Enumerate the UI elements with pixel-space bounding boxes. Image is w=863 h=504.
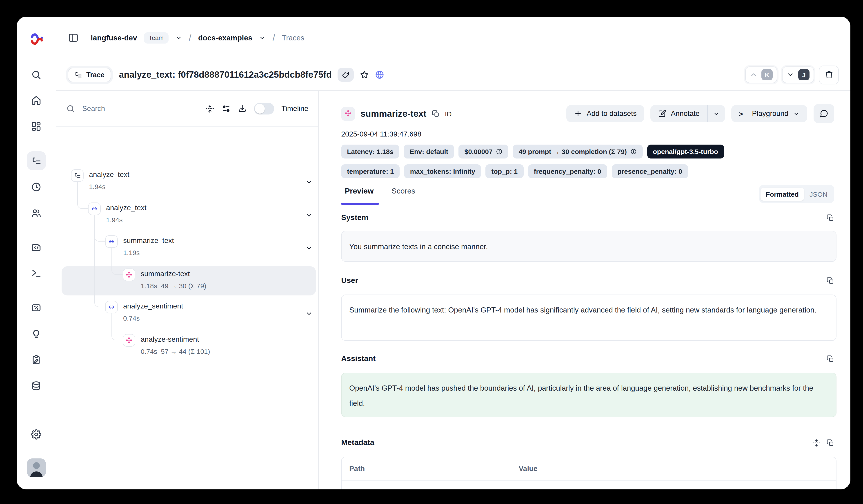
expand-metadata-button[interactable] bbox=[813, 439, 820, 447]
collapse-chevron[interactable] bbox=[305, 244, 313, 252]
copy-id-button[interactable] bbox=[432, 110, 439, 117]
generation-type-icon: ✣ bbox=[123, 269, 135, 281]
annotate-split-button: Annotate bbox=[651, 105, 725, 122]
metadata-section-header: Metadata bbox=[341, 437, 834, 448]
list-tree-icon bbox=[31, 156, 41, 166]
sidebar-item-home[interactable] bbox=[27, 91, 46, 109]
home-icon bbox=[31, 95, 41, 105]
globe-icon bbox=[375, 70, 384, 79]
presence-penalty-badge: presence_penalty: 0 bbox=[612, 164, 688, 178]
sidebar-item-playground[interactable] bbox=[27, 263, 46, 282]
metric-badges-row: Latency: 1.18s Env: default $0.00007 49 … bbox=[341, 145, 834, 158]
timeline-toggle[interactable] bbox=[254, 103, 274, 114]
user-avatar[interactable] bbox=[27, 458, 46, 477]
tags-button[interactable] bbox=[338, 68, 354, 82]
assistant-message-box: OpenAI's GPT-4 model has pushed the boun… bbox=[341, 373, 837, 417]
add-to-datasets-button[interactable]: Add to datasets bbox=[566, 105, 644, 122]
tree-row-summarize_text-span[interactable]: summarize_text 1.19s bbox=[56, 233, 318, 263]
breadcrumb-page[interactable]: Traces bbox=[282, 34, 304, 42]
chevron-down-icon bbox=[713, 110, 720, 117]
copy-assistant-button[interactable] bbox=[827, 355, 834, 363]
collapse-all-button[interactable] bbox=[205, 104, 214, 113]
observation-title: summarize-text bbox=[361, 108, 426, 119]
tree-row-label: analyze_sentiment bbox=[123, 302, 183, 310]
tree-settings-button[interactable] bbox=[222, 104, 230, 113]
observation-id-label: ID bbox=[445, 110, 451, 117]
annotate-button[interactable]: Annotate bbox=[651, 105, 707, 122]
token-usage-badge[interactable]: 49 prompt → 30 completion (Σ 79) bbox=[513, 145, 642, 158]
copy-user-button[interactable] bbox=[827, 277, 834, 284]
annotate-label: Annotate bbox=[671, 109, 700, 118]
tree-row-duration: 0.74s 57 → 44 (Σ 101) bbox=[141, 348, 210, 355]
sidebar-item-users[interactable] bbox=[27, 203, 46, 222]
org-switch-chevron[interactable] bbox=[175, 34, 182, 41]
collapse-chevron[interactable] bbox=[305, 178, 313, 186]
tree-row-analyze_sentiment-span[interactable]: analyze_sentiment 0.74s bbox=[56, 299, 318, 329]
sidebar-item-datasets[interactable] bbox=[27, 376, 46, 395]
public-share-button[interactable] bbox=[375, 70, 384, 79]
sidebar-item-evaluation[interactable] bbox=[27, 298, 46, 317]
user-section-title: User bbox=[341, 276, 358, 285]
sidebar-item-annotation-queues[interactable] bbox=[27, 350, 46, 369]
download-button[interactable] bbox=[238, 104, 247, 113]
copy-icon bbox=[432, 110, 439, 117]
assistant-section-title: Assistant bbox=[341, 354, 376, 363]
info-icon bbox=[630, 148, 637, 155]
copy-system-button[interactable] bbox=[827, 214, 834, 222]
tab-scores[interactable]: Scores bbox=[391, 187, 415, 196]
user-section-header: User bbox=[341, 275, 834, 286]
metadata-section-title: Metadata bbox=[341, 438, 374, 447]
nav-previous-button[interactable]: K bbox=[745, 66, 777, 83]
panel-toggle-button[interactable] bbox=[68, 32, 79, 43]
trace-type-badge[interactable]: Trace bbox=[68, 67, 111, 82]
tree-row-duration: 1.94s bbox=[89, 183, 105, 190]
cost-badge[interactable]: $0.00007 bbox=[459, 145, 508, 158]
tree-row-analyze_text-trace[interactable]: analyze_text 1.94s bbox=[56, 167, 318, 197]
tree-search-input[interactable] bbox=[82, 104, 198, 113]
tree-row-summarize-text-generation[interactable]: ✣ summarize-text 1.18s 49 → 30 (Σ 79) bbox=[56, 267, 318, 296]
tree-row-tokens: 57 → 44 (Σ 101) bbox=[161, 348, 210, 355]
tree-row-analyze-sentiment-generation[interactable]: ✣ analyze-sentiment 0.74s 57 → 44 (Σ 101… bbox=[56, 332, 318, 362]
breadcrumb-project[interactable]: docs-examples bbox=[198, 34, 252, 42]
tree-row-duration: 1.94s bbox=[106, 216, 123, 224]
copy-metadata-button[interactable] bbox=[827, 439, 834, 447]
tree-row-duration: 1.18s 49 → 30 (Σ 79) bbox=[141, 282, 206, 289]
span-type-icon bbox=[105, 235, 118, 248]
comments-button[interactable] bbox=[814, 104, 834, 123]
collapse-chevron[interactable] bbox=[305, 211, 313, 219]
environment-badge: Env: default bbox=[404, 145, 454, 158]
detail-tabs: Preview Scores Formatted JSON bbox=[341, 185, 834, 204]
sidebar-item-sessions[interactable] bbox=[27, 177, 46, 196]
nav-next-button[interactable]: J bbox=[782, 66, 814, 83]
chevron-up-icon bbox=[750, 71, 758, 79]
sidebar-item-dashboards[interactable] bbox=[27, 117, 46, 135]
tree-row-tokens: 49 → 30 (Σ 79) bbox=[161, 282, 206, 289]
observation-timestamp: 2025-09-04 11:39:47.698 bbox=[341, 130, 421, 138]
toggle-knob bbox=[255, 103, 265, 113]
sidebar-item-search[interactable] bbox=[27, 65, 46, 84]
project-switch-chevron[interactable] bbox=[259, 34, 266, 41]
annotate-dropdown-button[interactable] bbox=[708, 105, 725, 122]
system-section-title: System bbox=[341, 213, 368, 222]
tab-preview[interactable]: Preview bbox=[345, 187, 374, 196]
user-message-box: Summarize the following text: OpenAI's G… bbox=[341, 295, 837, 341]
format-toggle-formatted[interactable]: Formatted bbox=[760, 188, 804, 201]
sidebar-item-insights[interactable] bbox=[27, 324, 46, 343]
sidebar-item-tracing[interactable] bbox=[27, 151, 46, 170]
trace-type-label: Trace bbox=[86, 71, 104, 79]
clock-icon bbox=[31, 182, 41, 192]
sidebar-item-settings[interactable] bbox=[27, 425, 46, 444]
sidebar-rail bbox=[17, 17, 56, 489]
metadata-column-path: Path bbox=[342, 461, 365, 476]
breadcrumb-org[interactable]: langfuse-dev bbox=[91, 34, 137, 42]
breadcrumb-separator: / bbox=[273, 32, 275, 43]
sidebar-item-prompts[interactable] bbox=[27, 238, 46, 257]
collapse-chevron[interactable] bbox=[305, 310, 313, 318]
model-badge[interactable]: openai/gpt-3.5-turbo bbox=[647, 145, 724, 158]
span-type-icon bbox=[88, 203, 101, 215]
bookmark-star-button[interactable] bbox=[360, 70, 369, 79]
format-toggle-json[interactable]: JSON bbox=[804, 188, 833, 201]
delete-trace-button[interactable] bbox=[819, 65, 839, 84]
playground-button[interactable]: >_ Playground bbox=[731, 105, 807, 122]
tree-row-analyze_text-span[interactable]: analyze_text 1.94s bbox=[56, 201, 318, 230]
